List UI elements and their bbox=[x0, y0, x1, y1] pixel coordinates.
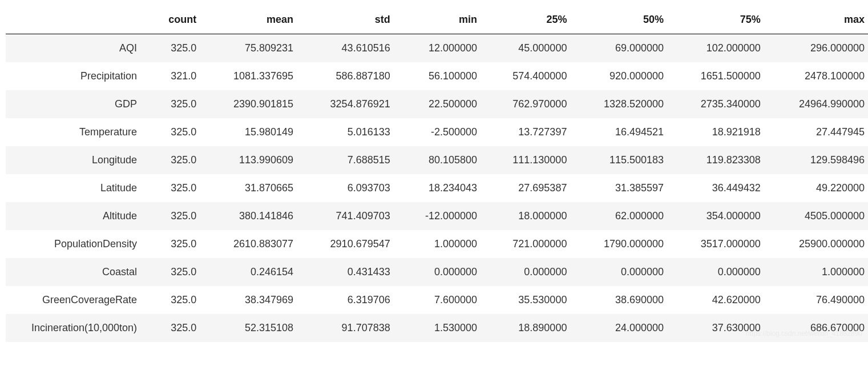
cell-value: 2478.100000 bbox=[770, 62, 868, 90]
cell-value: 325.0 bbox=[148, 118, 205, 146]
cell-value: 2910.679547 bbox=[302, 230, 399, 258]
cell-value: 325.0 bbox=[148, 34, 205, 63]
cell-value: 38.347969 bbox=[205, 286, 302, 314]
describe-table: count mean std min 25% 50% 75% max AQI32… bbox=[6, 6, 868, 342]
cell-value: 2610.883077 bbox=[205, 230, 302, 258]
cell-value: 0.000000 bbox=[673, 258, 770, 286]
cell-value: 75.809231 bbox=[205, 34, 302, 63]
cell-value: 325.0 bbox=[148, 286, 205, 314]
cell-value: 325.0 bbox=[148, 314, 205, 342]
cell-value: 762.970000 bbox=[486, 90, 576, 118]
row-label: Precipitation bbox=[6, 62, 148, 90]
table-row: Longitude325.0113.9906097.68851580.10580… bbox=[6, 146, 868, 174]
cell-value: 22.500000 bbox=[399, 90, 486, 118]
cell-value: 12.000000 bbox=[399, 34, 486, 63]
cell-value: 325.0 bbox=[148, 202, 205, 230]
cell-value: 35.530000 bbox=[486, 286, 576, 314]
cell-value: 115.500183 bbox=[576, 146, 673, 174]
table-row: GreenCoverageRate325.038.3479696.3197067… bbox=[6, 286, 868, 314]
cell-value: 24964.990000 bbox=[770, 90, 868, 118]
cell-value: 45.000000 bbox=[486, 34, 576, 63]
header-mean: mean bbox=[205, 6, 302, 34]
cell-value: 325.0 bbox=[148, 90, 205, 118]
table-row: Coastal325.00.2461540.4314330.0000000.00… bbox=[6, 258, 868, 286]
row-label: Longitude bbox=[6, 146, 148, 174]
cell-value: 102.000000 bbox=[673, 34, 770, 63]
cell-value: 6.093703 bbox=[302, 174, 399, 202]
cell-value: 1328.520000 bbox=[576, 90, 673, 118]
row-label: PopulationDensity bbox=[6, 230, 148, 258]
cell-value: 325.0 bbox=[148, 258, 205, 286]
table-row: PopulationDensity325.02610.8830772910.67… bbox=[6, 230, 868, 258]
table-row: Temperature325.015.9801495.016133-2.5000… bbox=[6, 118, 868, 146]
cell-value: 2390.901815 bbox=[205, 90, 302, 118]
cell-value: 0.000000 bbox=[576, 258, 673, 286]
header-blank bbox=[6, 6, 148, 34]
cell-value: 129.598496 bbox=[770, 146, 868, 174]
cell-value: 7.688515 bbox=[302, 146, 399, 174]
cell-value: 80.105800 bbox=[399, 146, 486, 174]
row-label: AQI bbox=[6, 34, 148, 63]
cell-value: 18.234043 bbox=[399, 174, 486, 202]
cell-value: 69.000000 bbox=[576, 34, 673, 63]
cell-value: 1.530000 bbox=[399, 314, 486, 342]
cell-value: 325.0 bbox=[148, 146, 205, 174]
table-row: Altitude325.0380.141846741.409703-12.000… bbox=[6, 202, 868, 230]
cell-value: 0.431433 bbox=[302, 258, 399, 286]
cell-value: 111.130000 bbox=[486, 146, 576, 174]
cell-value: 721.000000 bbox=[486, 230, 576, 258]
row-label: Latitude bbox=[6, 174, 148, 202]
cell-value: 76.490000 bbox=[770, 286, 868, 314]
cell-value: 62.000000 bbox=[576, 202, 673, 230]
cell-value: 6.319706 bbox=[302, 286, 399, 314]
cell-value: 15.980149 bbox=[205, 118, 302, 146]
table-row: Precipitation321.01081.337695586.8871805… bbox=[6, 62, 868, 90]
cell-value: 43.610516 bbox=[302, 34, 399, 63]
header-50: 50% bbox=[576, 6, 673, 34]
cell-value: 5.016133 bbox=[302, 118, 399, 146]
stats-table-container: count mean std min 25% 50% 75% max AQI32… bbox=[6, 6, 868, 342]
cell-value: 119.823308 bbox=[673, 146, 770, 174]
cell-value: -12.000000 bbox=[399, 202, 486, 230]
cell-value: 296.000000 bbox=[770, 34, 868, 63]
cell-value: -2.500000 bbox=[399, 118, 486, 146]
cell-value: 321.0 bbox=[148, 62, 205, 90]
cell-value: 1790.000000 bbox=[576, 230, 673, 258]
cell-value: 920.000000 bbox=[576, 62, 673, 90]
cell-value: 7.600000 bbox=[399, 286, 486, 314]
header-std: std bbox=[302, 6, 399, 34]
cell-value: 354.000000 bbox=[673, 202, 770, 230]
cell-value: 3254.876921 bbox=[302, 90, 399, 118]
cell-value: 18.000000 bbox=[486, 202, 576, 230]
cell-value: 52.315108 bbox=[205, 314, 302, 342]
header-count: count bbox=[148, 6, 205, 34]
cell-value: 686.670000 bbox=[770, 314, 868, 342]
header-75: 75% bbox=[673, 6, 770, 34]
cell-value: 18.921918 bbox=[673, 118, 770, 146]
cell-value: 42.620000 bbox=[673, 286, 770, 314]
cell-value: 586.887180 bbox=[302, 62, 399, 90]
table-body: AQI325.075.80923143.61051612.00000045.00… bbox=[6, 34, 868, 343]
cell-value: 13.727397 bbox=[486, 118, 576, 146]
header-max: max bbox=[770, 6, 868, 34]
cell-value: 574.400000 bbox=[486, 62, 576, 90]
table-row: AQI325.075.80923143.61051612.00000045.00… bbox=[6, 34, 868, 63]
cell-value: 325.0 bbox=[148, 230, 205, 258]
table-row: GDP325.02390.9018153254.87692122.5000007… bbox=[6, 90, 868, 118]
cell-value: 38.690000 bbox=[576, 286, 673, 314]
row-label: GDP bbox=[6, 90, 148, 118]
cell-value: 113.990609 bbox=[205, 146, 302, 174]
header-min: min bbox=[399, 6, 486, 34]
cell-value: 0.000000 bbox=[399, 258, 486, 286]
cell-value: 16.494521 bbox=[576, 118, 673, 146]
cell-value: 741.409703 bbox=[302, 202, 399, 230]
table-row: Latitude325.031.8706656.09370318.2340432… bbox=[6, 174, 868, 202]
row-label: Coastal bbox=[6, 258, 148, 286]
table-row: Incineration(10,000ton)325.052.31510891.… bbox=[6, 314, 868, 342]
cell-value: 27.695387 bbox=[486, 174, 576, 202]
cell-value: 0.000000 bbox=[486, 258, 576, 286]
cell-value: 91.707838 bbox=[302, 314, 399, 342]
cell-value: 4505.000000 bbox=[770, 202, 868, 230]
cell-value: 325.0 bbox=[148, 174, 205, 202]
cell-value: 27.447945 bbox=[770, 118, 868, 146]
